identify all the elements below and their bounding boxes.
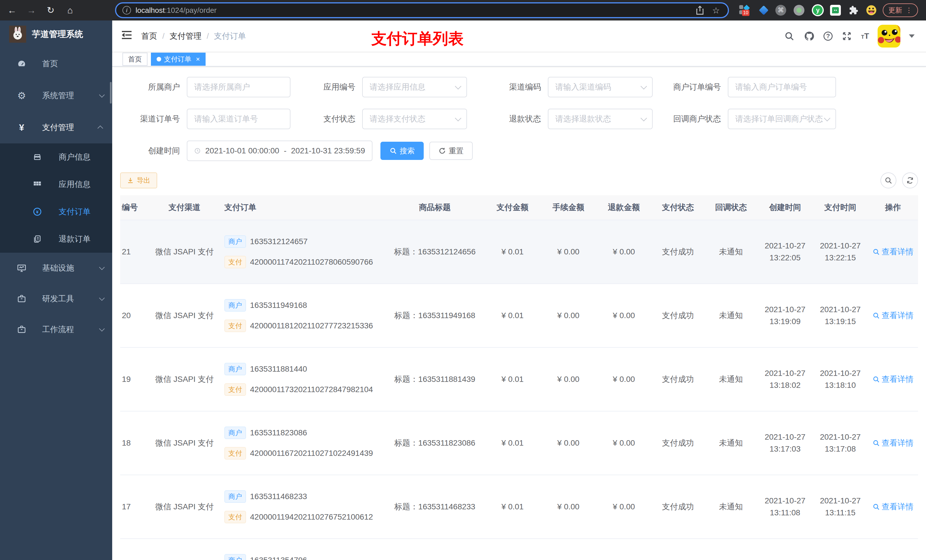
extension-badge-count: 10 — [742, 10, 749, 16]
placeholder-text: 请选择所属商户 — [194, 82, 250, 92]
sidebar-item-dev-tools[interactable]: 研发工具 — [0, 284, 112, 314]
search-button[interactable]: 搜索 — [380, 142, 424, 160]
cell-status: 支付成功 — [652, 284, 705, 347]
sidebar-item-payment[interactable]: ¥ 支付管理 — [0, 112, 112, 143]
filter-label: 渠道订单号 — [120, 113, 187, 124]
sidebar-item-infrastructure[interactable]: 基础设施 — [0, 253, 112, 284]
merchant-select-input[interactable]: 请选择所属商户 — [187, 77, 291, 97]
table-row[interactable]: 21 微信 JSAPI 支付 商户 1635312124657 支付 42000… — [120, 220, 918, 284]
browser-toolbar: ← → ↻ ⌂ i localhost:1024/pay/order ☆ 10 — [0, 0, 926, 21]
documents-icon — [33, 235, 42, 243]
filter-label: 支付状态 — [291, 113, 362, 124]
extension-emoji-icon[interactable] — [864, 0, 878, 21]
chevron-down-icon — [641, 115, 647, 122]
placeholder-text: 请输入商户订单编号 — [735, 82, 807, 92]
table-row[interactable]: 商户 1635311354796 支付 — [120, 539, 918, 560]
sidebar-item-label: 支付订单 — [59, 206, 91, 217]
reset-button[interactable]: 重置 — [430, 142, 473, 160]
cell-action: 查看详情 — [868, 475, 918, 538]
refund-status-select[interactable]: 请选择退款状态 — [548, 109, 653, 129]
cell-id: 20 — [120, 284, 150, 347]
refresh-table-button[interactable] — [902, 172, 918, 189]
sidebar-item-pay-order[interactable]: ¥ 支付订单 — [0, 198, 112, 225]
view-detail-link[interactable]: 查看详情 — [873, 501, 914, 512]
cell-pay-order: 商户 1635311881440 支付 42000011732021102728… — [219, 348, 385, 411]
extension-badge-icon[interactable]: 10 — [737, 0, 751, 21]
pay-status-select[interactable]: 请选择支付状态 — [362, 109, 467, 129]
column-header: 支付金额 — [485, 195, 540, 220]
extension-vue-icon[interactable]: y — [811, 0, 825, 21]
browser-home-icon[interactable]: ⌂ — [63, 3, 77, 18]
table-row[interactable]: 18 微信 JSAPI 支付 商户 1635311823086 支付 42000… — [120, 412, 918, 475]
chevron-down-icon — [99, 326, 105, 332]
notify-status-select[interactable]: 请选择订单回调商户状态 — [728, 109, 836, 129]
chevron-up-icon — [97, 125, 103, 131]
app-logo[interactable]: 芋道管理系统 — [0, 21, 112, 48]
merchant-order-no-input[interactable]: 请输入商户订单编号 — [728, 77, 836, 97]
sidebar-item-workflow[interactable]: 工作流程 — [0, 314, 112, 345]
view-detail-link[interactable]: 查看详情 — [873, 246, 914, 257]
caret-down-icon[interactable] — [909, 35, 915, 38]
share-icon[interactable] — [696, 6, 704, 15]
pay-order-line: 支付 4200001174202110278060590766 — [224, 256, 373, 268]
cell-amount: ¥ 0.01 — [485, 348, 540, 411]
merchant-order-line: 商户 1635311881440 — [224, 363, 307, 375]
table-row[interactable]: 17 微信 JSAPI 支付 商户 1635311468233 支付 42000… — [120, 475, 918, 539]
view-detail-link[interactable]: 查看详情 — [873, 438, 914, 448]
extension-chat-icon[interactable] — [829, 0, 842, 21]
search-icon — [873, 376, 880, 383]
browser-update-button[interactable]: 更新⋮ — [883, 3, 918, 17]
github-icon[interactable] — [803, 30, 815, 42]
export-button[interactable]: 导出 — [120, 172, 157, 189]
font-size-icon[interactable]: TT — [861, 32, 869, 41]
channel-code-select[interactable]: 请输入渠道编码 — [548, 77, 653, 97]
url-text[interactable]: localhost:1024/pay/order — [136, 6, 217, 15]
cell-title — [385, 539, 485, 560]
browser-back-icon[interactable]: ← — [5, 3, 20, 18]
channel-order-no-input[interactable]: 请输入渠道订单号 — [187, 109, 291, 129]
extensions-puzzle-icon[interactable] — [847, 0, 860, 21]
sidebar-item-system[interactable]: ⚙ 系统管理 — [0, 80, 112, 112]
cell-id — [120, 539, 150, 560]
pay-order-no: 4200001174202110278060590766 — [250, 258, 373, 267]
browser-menu-dots-icon[interactable]: ⋮ — [905, 6, 912, 14]
sidebar-item-merchant-info[interactable]: 商户信息 — [0, 143, 112, 171]
tag-pay-order[interactable]: 支付订单 × — [151, 53, 206, 66]
search-icon[interactable] — [784, 30, 795, 42]
column-header: 支付状态 — [652, 195, 705, 220]
pay-order-line: 支付 4200001194202110276752100612 — [224, 511, 373, 523]
sidebar-item-home[interactable]: 首页 — [0, 48, 112, 80]
sidebar-item-app-info[interactable]: 应用信息 — [0, 171, 112, 198]
sidebar-scrollbar[interactable] — [110, 82, 112, 104]
table-row[interactable]: 20 微信 JSAPI 支付 商户 1635311949168 支付 42000… — [120, 284, 918, 348]
breadcrumb-pay-management[interactable]: 支付管理 — [170, 31, 201, 42]
merchant-tag: 商户 — [224, 427, 246, 439]
site-info-icon[interactable]: i — [123, 6, 131, 15]
address-bar[interactable]: i localhost:1024/pay/order ☆ — [115, 2, 729, 18]
browser-forward-icon[interactable]: → — [24, 3, 39, 18]
extension-gem-icon[interactable] — [757, 0, 770, 21]
merchant-order-no: 1635311881440 — [250, 365, 307, 374]
cell-create-time: 2021-10-2713:18:02 — [757, 348, 813, 411]
bookmark-star-icon[interactable]: ☆ — [712, 5, 720, 15]
hamburger-icon[interactable] — [121, 30, 132, 42]
table-row[interactable]: 19 微信 JSAPI 支付 商户 1635311881440 支付 42000… — [120, 348, 918, 412]
toggle-search-button[interactable] — [881, 172, 896, 189]
extension-command-icon[interactable]: ⌘ — [775, 0, 787, 21]
extension-record-icon[interactable] — [793, 0, 805, 21]
breadcrumb-home[interactable]: 首页 — [141, 31, 157, 42]
date-range-input[interactable]: 2021-10-01 00:00:00 - 2021-10-31 23:59:5… — [187, 140, 372, 161]
browser-reload-icon[interactable]: ↻ — [43, 3, 58, 18]
view-detail-link[interactable]: 查看详情 — [873, 374, 914, 385]
close-icon[interactable]: × — [196, 55, 200, 63]
cell-action: 查看详情 — [868, 412, 918, 475]
column-header: 创建时间 — [757, 195, 813, 220]
tag-home[interactable]: 首页 — [123, 53, 147, 66]
sidebar-item-refund-order[interactable]: 退款订单 — [0, 225, 112, 253]
view-detail-link[interactable]: 查看详情 — [873, 310, 914, 321]
avatar[interactable] — [878, 25, 900, 48]
help-icon[interactable]: ? — [823, 32, 832, 41]
app-select[interactable]: 请选择应用信息 — [362, 77, 467, 97]
cell-fee: ¥ 0.00 — [540, 412, 596, 475]
fullscreen-icon[interactable] — [841, 30, 853, 42]
